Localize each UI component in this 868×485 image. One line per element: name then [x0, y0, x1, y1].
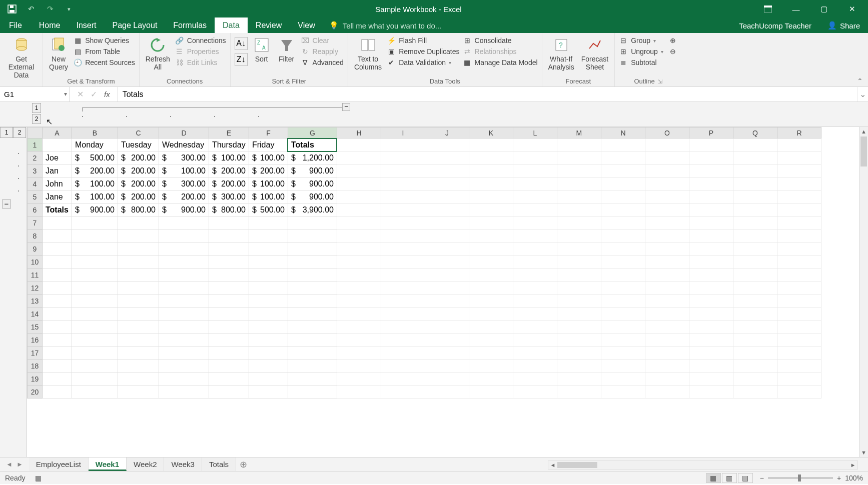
tab-insert[interactable]: Insert [68, 18, 104, 33]
cell-B20[interactable] [72, 386, 118, 398]
cell-L16[interactable] [513, 334, 557, 346]
cell-D13[interactable] [159, 294, 209, 308]
cell-K4[interactable] [469, 178, 513, 190]
cell-H10[interactable] [337, 256, 381, 268]
cell-Q2[interactable] [733, 152, 777, 164]
cell-F8[interactable] [249, 230, 288, 242]
cell-J1[interactable] [425, 138, 469, 152]
cell-L11[interactable] [513, 268, 557, 282]
cell-O18[interactable] [645, 360, 689, 372]
cell-R9[interactable] [777, 242, 821, 256]
cell-H18[interactable] [337, 360, 381, 372]
cell-L17[interactable] [513, 346, 557, 360]
cell-O6[interactable] [645, 204, 689, 216]
cell-O20[interactable] [645, 386, 689, 398]
cell-D19[interactable] [159, 372, 209, 386]
row-header-15[interactable]: 15 [28, 320, 43, 334]
cell-L1[interactable] [513, 138, 557, 152]
cell-R6[interactable] [777, 204, 821, 216]
show-queries-button[interactable]: ▦Show Queries [73, 36, 135, 45]
cell-J5[interactable] [425, 190, 469, 204]
sheet-tab-week3[interactable]: Week3 [164, 458, 202, 471]
cell-K14[interactable] [469, 308, 513, 320]
cell-E1[interactable]: Thursday [209, 138, 249, 152]
cell-J10[interactable] [425, 256, 469, 268]
cell-G6[interactable]: $3,900.00 [288, 204, 337, 216]
row-header-10[interactable]: 10 [28, 256, 43, 268]
cell-E11[interactable] [209, 268, 249, 282]
cell-N8[interactable] [601, 230, 645, 242]
cell-M3[interactable] [557, 164, 601, 178]
cell-R12[interactable] [777, 282, 821, 294]
cell-N3[interactable] [601, 164, 645, 178]
sheet-nav-next-icon[interactable]: ► [17, 460, 23, 468]
cell-A16[interactable] [43, 334, 72, 346]
cell-C19[interactable] [118, 372, 159, 386]
cell-M19[interactable] [557, 372, 601, 386]
sheet-tab-employeelist[interactable]: EmployeeList [29, 458, 89, 471]
cell-P8[interactable] [689, 230, 733, 242]
advanced-filter-button[interactable]: ∇Advanced [301, 58, 344, 67]
cell-P20[interactable] [689, 386, 733, 398]
cell-G12[interactable] [288, 282, 337, 294]
cell-H1[interactable] [337, 138, 381, 152]
zoom-out-button[interactable]: − [760, 474, 764, 482]
cell-J11[interactable] [425, 268, 469, 282]
cell-P9[interactable] [689, 242, 733, 256]
cell-G4[interactable]: $900.00 [288, 178, 337, 190]
scroll-down-icon[interactable]: ▼ [859, 448, 868, 457]
cell-N6[interactable] [601, 204, 645, 216]
cell-A11[interactable] [43, 268, 72, 282]
cell-Q20[interactable] [733, 386, 777, 398]
row-header-18[interactable]: 18 [28, 360, 43, 372]
cell-F17[interactable] [249, 346, 288, 360]
cell-D3[interactable]: $100.00 [159, 164, 209, 178]
cell-E15[interactable] [209, 320, 249, 334]
col-header-K[interactable]: K [469, 128, 513, 138]
cell-N15[interactable] [601, 320, 645, 334]
row-header-19[interactable]: 19 [28, 372, 43, 386]
zoom-in-button[interactable]: + [837, 474, 841, 482]
cell-M20[interactable] [557, 386, 601, 398]
cell-L2[interactable] [513, 152, 557, 164]
cell-D18[interactable] [159, 360, 209, 372]
cell-C20[interactable] [118, 386, 159, 398]
tab-home[interactable]: Home [31, 18, 69, 33]
cell-H8[interactable] [337, 230, 381, 242]
cell-L8[interactable] [513, 230, 557, 242]
cell-H9[interactable] [337, 242, 381, 256]
col-outline-level-2[interactable]: 2 [32, 114, 41, 124]
cell-O16[interactable] [645, 334, 689, 346]
cell-C6[interactable]: $800.00 [118, 204, 159, 216]
tab-review[interactable]: Review [248, 18, 290, 33]
col-header-A[interactable]: A [43, 128, 72, 138]
scroll-right-icon[interactable]: ► [848, 462, 857, 468]
cell-E20[interactable] [209, 386, 249, 398]
cell-Q13[interactable] [733, 294, 777, 308]
cell-F5[interactable]: $100.00 [249, 190, 288, 204]
col-header-E[interactable]: E [209, 128, 249, 138]
cell-Q8[interactable] [733, 230, 777, 242]
row-header-4[interactable]: 4 [28, 178, 43, 190]
cell-N18[interactable] [601, 360, 645, 372]
row-header-5[interactable]: 5 [28, 190, 43, 204]
cell-D8[interactable] [159, 230, 209, 242]
cell-G16[interactable] [288, 334, 337, 346]
view-page-layout-icon[interactable]: ▥ [722, 473, 737, 483]
cell-I2[interactable] [381, 152, 425, 164]
cell-J20[interactable] [425, 386, 469, 398]
cell-K10[interactable] [469, 256, 513, 268]
col-header-N[interactable]: N [601, 128, 645, 138]
cell-F4[interactable]: $100.00 [249, 178, 288, 190]
scroll-thumb[interactable] [860, 136, 867, 166]
select-all-corner[interactable] [28, 128, 43, 138]
cell-D16[interactable] [159, 334, 209, 346]
cell-P13[interactable] [689, 294, 733, 308]
row-header-2[interactable]: 2 [28, 152, 43, 164]
row-outline-level-1[interactable]: 1 [0, 127, 13, 138]
cell-A4[interactable]: John [43, 178, 72, 190]
cell-B15[interactable] [72, 320, 118, 334]
consolidate-button[interactable]: ⊞Consolidate [463, 36, 538, 45]
cell-C3[interactable]: $200.00 [118, 164, 159, 178]
cell-P7[interactable] [689, 216, 733, 230]
